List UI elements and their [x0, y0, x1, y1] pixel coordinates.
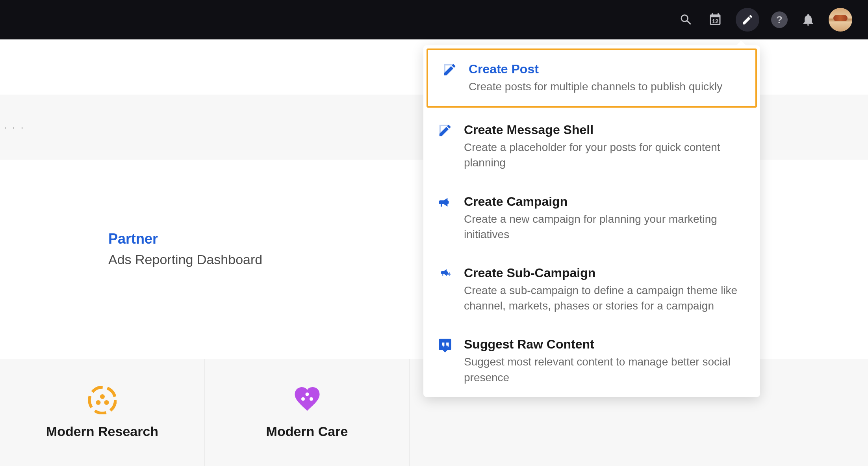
svg-point-4 — [305, 392, 309, 396]
svg-point-2 — [96, 400, 100, 405]
ellipsis-icon: · · · — [4, 122, 25, 133]
compose-button[interactable] — [736, 8, 759, 32]
menu-text: Create Post Create posts for multiple ch… — [469, 62, 722, 94]
svg-point-6 — [310, 397, 313, 401]
menu-item-suggest-raw-content[interactable]: Suggest Raw Content Suggest most relevan… — [423, 325, 760, 397]
product-name: Modern Care — [266, 424, 348, 439]
product-card-care[interactable]: Modern Care — [205, 359, 410, 466]
svg-point-1 — [100, 394, 105, 399]
menu-description: Create a sub-campaign to define a campai… — [464, 283, 746, 313]
compose-icon — [442, 62, 458, 78]
menu-description: Suggest most relevant content to manage … — [464, 354, 746, 385]
notifications-icon[interactable] — [799, 11, 817, 28]
menu-text: Suggest Raw Content Suggest most relevan… — [464, 337, 746, 385]
menu-item-create-message-shell[interactable]: Create Message Shell Create a placeholde… — [423, 111, 760, 182]
svg-point-3 — [104, 400, 109, 405]
top-navigation: 12 ? — [0, 0, 868, 39]
user-avatar[interactable] — [829, 8, 852, 32]
menu-text: Create Message Shell Create a placeholde… — [464, 123, 746, 170]
menu-title: Create Campaign — [464, 194, 746, 209]
menu-text: Create Campaign Create a new campaign fo… — [464, 194, 746, 242]
menu-title: Suggest Raw Content — [464, 337, 746, 352]
menu-description: Create a new campaign for planning your … — [464, 211, 746, 242]
menu-title: Create Sub-Campaign — [464, 266, 746, 280]
partner-title: Partner — [108, 231, 262, 247]
research-icon — [88, 386, 117, 414]
calendar-icon[interactable]: 12 — [707, 11, 724, 28]
care-icon — [293, 386, 321, 414]
megaphone-icon — [437, 194, 453, 210]
menu-item-create-campaign[interactable]: Create Campaign Create a new campaign fo… — [423, 183, 760, 254]
product-name: Modern Research — [46, 424, 158, 439]
partner-column[interactable]: Partner Ads Reporting Dashboard — [108, 231, 262, 267]
compose-dropdown: Create Post Create posts for multiple ch… — [423, 45, 760, 397]
menu-item-create-sub-campaign[interactable]: Create Sub-Campaign Create a sub-campaig… — [423, 254, 760, 325]
menu-description: Create a placeholder for your posts for … — [464, 140, 746, 170]
search-icon[interactable] — [677, 11, 695, 28]
help-icon[interactable]: ? — [771, 11, 788, 28]
compose-icon — [437, 123, 453, 138]
menu-title: Create Post — [469, 62, 722, 76]
megaphone-double-icon — [437, 266, 453, 281]
menu-title: Create Message Shell — [464, 123, 746, 137]
svg-point-0 — [89, 387, 115, 413]
menu-text: Create Sub-Campaign Create a sub-campaig… — [464, 266, 746, 313]
quote-icon — [437, 337, 453, 353]
product-card-research[interactable]: Modern Research — [0, 359, 205, 466]
menu-item-create-post[interactable]: Create Post Create posts for multiple ch… — [427, 48, 757, 108]
svg-point-5 — [301, 397, 305, 401]
partner-subtitle: Ads Reporting Dashboard — [108, 252, 262, 267]
calendar-date: 12 — [712, 18, 719, 24]
menu-description: Create posts for multiple channels to pu… — [469, 79, 722, 94]
